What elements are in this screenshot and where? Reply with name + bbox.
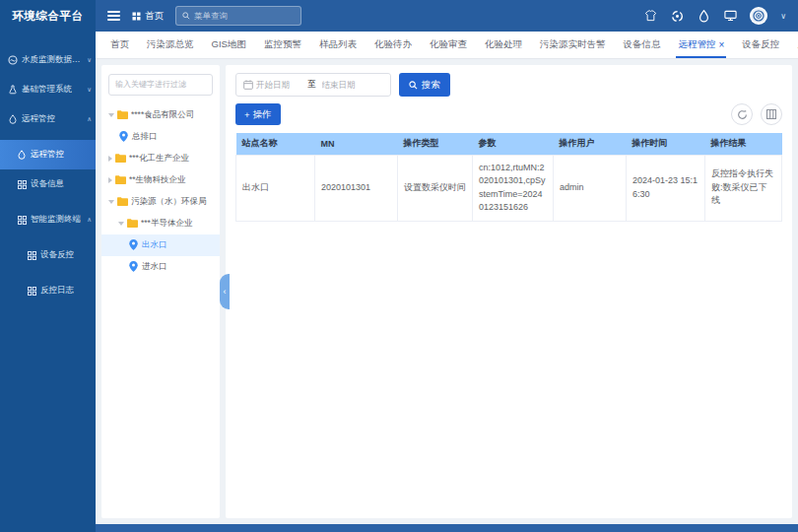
tab-pollution-overview[interactable]: 污染源总览	[138, 32, 203, 58]
tab-device-info[interactable]: 设备信息	[614, 32, 669, 58]
folder-icon	[127, 218, 138, 229]
cell-mn: 2020101301	[315, 155, 398, 221]
date-separator: 至	[304, 79, 319, 91]
tab-lab-handle[interactable]: 化验处理	[476, 32, 531, 58]
columns-icon	[766, 109, 776, 119]
sidebar-item-label: 水质监测数据综合分析	[22, 54, 83, 66]
sidebar-item-label: 远程管控	[22, 113, 55, 125]
col-operation-user: 操作用户	[554, 133, 627, 155]
cell-operation-type: 设置数采仪时间	[398, 155, 473, 221]
search-toolbar: 至 搜索	[235, 73, 782, 97]
sidebar-item-water-quality-analysis[interactable]: 水质监测数据综合分析 ∨	[0, 45, 96, 75]
grid-icon	[27, 250, 36, 260]
tab-lab-todo[interactable]: 化验待办	[366, 32, 421, 58]
tree-node-label: ***半导体企业	[141, 218, 192, 230]
folder-icon	[117, 109, 128, 120]
tree-node-label: **生物科技企业	[129, 174, 186, 186]
sidebar-item-remote-control[interactable]: 远程管控	[0, 140, 96, 169]
sidebar-item-reverse-control-log[interactable]: 反控日志	[0, 276, 96, 305]
sidebar-item-device-info[interactable]: 设备信息	[0, 169, 96, 199]
caret-right-icon	[108, 156, 112, 162]
caret-down-icon	[118, 222, 124, 226]
breadcrumb-home[interactable]: 首页	[132, 10, 164, 23]
chevron-up-icon: ∧	[87, 115, 92, 123]
tree-collapse-handle[interactable]: ‹	[220, 274, 230, 309]
user-menu-chevron-icon[interactable]: ∨	[780, 12, 786, 21]
tab-gis-map[interactable]: GIS地图	[203, 32, 255, 58]
sidebar-item-smart-terminal-group[interactable]: 智能监测终端 ∧	[0, 205, 96, 234]
column-settings-button[interactable]	[761, 103, 782, 125]
refresh-button[interactable]	[731, 103, 753, 125]
operation-button-label: 操作	[253, 108, 272, 121]
tree-node-label: 出水口	[142, 239, 167, 251]
tab-device-reverse-control[interactable]: 设备反控	[733, 32, 788, 58]
tree-node-label: 污染源（水）环保局	[131, 196, 207, 208]
col-operation-type: 操作类型	[398, 133, 473, 155]
sidebar-item-label: 设备反控	[40, 249, 74, 261]
tree-node-inlet[interactable]: 进水口	[101, 256, 220, 278]
sidebar: 环境综合平台 水质监测数据综合分析 ∨ 基础管理系统 ∨ 远程管控	[0, 0, 96, 532]
tree-filter-input[interactable]	[108, 74, 213, 96]
app-window: 环境综合平台 水质监测数据综合分析 ∨ 基础管理系统 ∨ 远程管控	[0, 0, 798, 532]
tree-node-company1[interactable]: ****食品有限公司	[101, 104, 220, 126]
tree-node-company3[interactable]: **生物科技企业	[101, 169, 220, 191]
tab-remote-control[interactable]: 远程管控 ×	[669, 32, 733, 58]
chevron-down-icon: ∨	[87, 56, 92, 64]
sidebar-item-device-reverse-control[interactable]: 设备反控	[0, 240, 96, 270]
tab-monitor-warning[interactable]: 监控预警	[255, 32, 310, 58]
monitor-icon[interactable]	[723, 9, 737, 23]
tab-lab-review[interactable]: 化验审查	[421, 32, 476, 58]
app-logo: 环境综合平台	[0, 0, 96, 32]
system-icon	[8, 85, 18, 95]
tree-node-label: ****食品有限公司	[131, 109, 194, 121]
operation-log-table: 站点名称 MN 操作类型 参数 操作用户 操作时间 操作结果 出水口 20201…	[235, 133, 782, 222]
dashboard-grid-icon	[132, 12, 141, 21]
user-avatar[interactable]	[750, 7, 767, 25]
table-tools	[731, 103, 782, 125]
col-operation-time: 操作时间	[627, 133, 705, 155]
end-date-input[interactable]	[322, 80, 367, 90]
date-range-picker[interactable]: 至	[235, 73, 391, 97]
tab-reverse-control-log[interactable]: 反控日志	[788, 32, 798, 58]
cell-operation-time: 2024-01-23 15:16:30	[627, 155, 705, 221]
hamburger-menu-icon[interactable]	[107, 11, 120, 21]
grid-icon	[17, 215, 27, 225]
collapse-arrow-icon: ‹	[224, 287, 227, 297]
main-panel: 至 搜索 + 操作	[226, 65, 792, 518]
location-pin-icon	[118, 131, 129, 142]
sidebar-item-label: 反控日志	[40, 285, 74, 297]
add-operation-button[interactable]: + 操作	[235, 103, 281, 125]
sidebar-item-base-management[interactable]: 基础管理系统 ∨	[0, 75, 96, 104]
close-icon[interactable]: ×	[718, 40, 724, 50]
menu-search-input[interactable]	[194, 11, 295, 21]
search-icon	[409, 81, 418, 90]
analysis-icon	[8, 55, 18, 65]
action-toolbar: + 操作	[235, 103, 782, 125]
table-header-row: 站点名称 MN 操作类型 参数 操作用户 操作时间 操作结果	[236, 133, 782, 155]
fullscreen-segment-icon[interactable]	[670, 9, 684, 23]
calendar-icon	[243, 80, 253, 90]
caret-right-icon	[108, 177, 112, 183]
sidebar-item-label: 设备信息	[31, 178, 64, 190]
tab-sample-list[interactable]: 样品列表	[310, 32, 366, 58]
menu-search-box	[175, 6, 301, 26]
sidebar-item-label: 基础管理系统	[22, 84, 72, 96]
sidebar-item-remote-control-group[interactable]: 远程管控 ∧	[0, 104, 96, 134]
drop-icon	[17, 150, 27, 160]
tree-node-bureau[interactable]: 污染源（水）环保局	[101, 191, 220, 213]
tab-home[interactable]: 首页	[101, 32, 138, 58]
tree-node-company2[interactable]: ***化工生产企业	[101, 148, 220, 169]
theme-skin-icon[interactable]	[643, 9, 657, 23]
start-date-input[interactable]	[256, 80, 301, 90]
col-params: 参数	[473, 133, 554, 155]
search-button-label: 搜索	[422, 79, 440, 92]
tree-node-company4[interactable]: ***半导体企业	[101, 213, 220, 234]
tab-realtime-alarm[interactable]: 污染源实时告警	[531, 32, 615, 58]
breadcrumb-home-label: 首页	[145, 10, 164, 23]
tree-node-outlet-selected[interactable]: 出水口	[101, 234, 220, 256]
tree-node-outlet-main[interactable]: 总排口	[101, 126, 220, 148]
caret-down-icon	[108, 113, 114, 117]
search-button[interactable]: 搜索	[399, 73, 450, 97]
tree-node-label: 进水口	[142, 261, 167, 273]
flame-icon[interactable]	[697, 9, 710, 23]
